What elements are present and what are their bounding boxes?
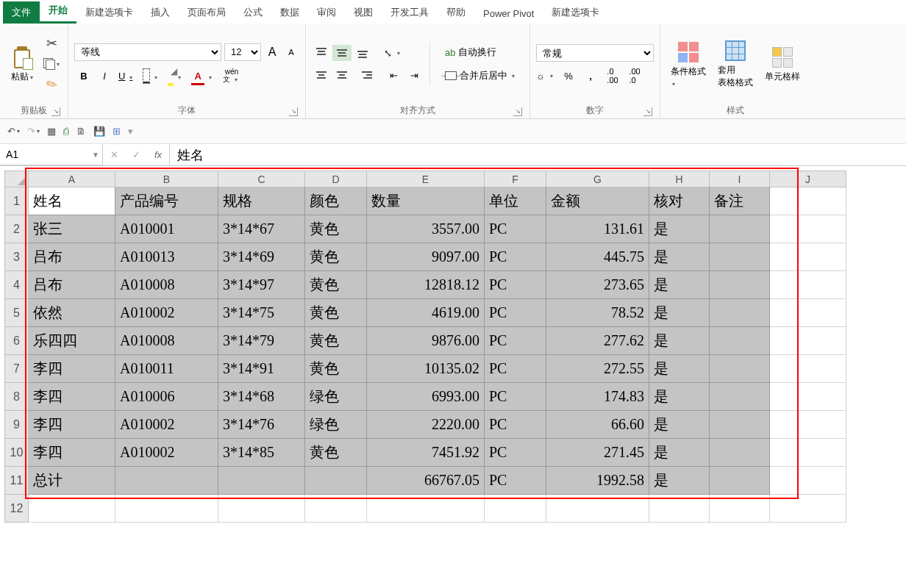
align-top-button[interactable]	[312, 45, 331, 61]
tab-12[interactable]: 新建选项卡	[543, 1, 608, 24]
cell[interactable]: 是	[649, 327, 710, 355]
cell[interactable]: 乐四四	[29, 327, 115, 355]
orientation-button[interactable]: ⤡▾	[384, 45, 403, 61]
cell[interactable]: 9097.00	[367, 243, 485, 271]
cell[interactable]: 9876.00	[367, 327, 485, 355]
col-header-E[interactable]: E	[367, 171, 485, 187]
cell[interactable]	[770, 383, 846, 411]
cell[interactable]: PC	[485, 215, 546, 243]
align-middle-button[interactable]	[332, 45, 352, 61]
cell[interactable]	[710, 271, 770, 299]
cell[interactable]	[710, 299, 770, 327]
col-header-H[interactable]: H	[649, 171, 710, 187]
cell[interactable]: 3*14*67	[218, 215, 305, 243]
cell[interactable]: PC	[485, 467, 546, 495]
cell[interactable]: 3557.00	[367, 215, 485, 243]
cell[interactable]: 3*14*97	[218, 271, 305, 299]
cell[interactable]: PC	[485, 411, 546, 439]
cell[interactable]: 绿色	[305, 411, 367, 439]
tab-9[interactable]: 开发工具	[382, 1, 438, 24]
cell[interactable]: 金额	[546, 187, 649, 215]
col-header-I[interactable]: I	[710, 171, 770, 187]
cell[interactable]: 66767.05	[367, 467, 485, 495]
table-format-button[interactable]: 套用 表格格式	[713, 37, 757, 90]
cell[interactable]: 174.83	[546, 383, 649, 411]
cell[interactable]	[367, 495, 485, 523]
qat-save-button[interactable]: 💾	[93, 126, 105, 137]
row-header-3[interactable]: 3	[5, 243, 29, 271]
cell[interactable]: 李四	[29, 411, 115, 439]
cell[interactable]: 7451.92	[367, 439, 485, 467]
cell-styles-button[interactable]: 单元格样	[760, 44, 805, 85]
cell[interactable]: 颜色	[305, 187, 367, 215]
cell[interactable]: 姓名	[29, 187, 115, 215]
cell[interactable]: 核对	[649, 187, 710, 215]
bold-button[interactable]: B	[74, 69, 93, 83]
align-left-button[interactable]	[312, 67, 331, 83]
qat-customize[interactable]: ▾	[128, 126, 133, 137]
tab-0[interactable]: 文件	[3, 1, 40, 24]
cell[interactable]	[770, 327, 846, 355]
cell[interactable]: 12818.12	[367, 271, 485, 299]
cell[interactable]: 是	[649, 467, 710, 495]
wrap-text-button[interactable]: ab自动换行	[440, 43, 519, 62]
align-right-button[interactable]	[353, 67, 372, 83]
align-center-button[interactable]	[332, 67, 352, 83]
cell[interactable]	[770, 271, 846, 299]
cell[interactable]: 277.62	[546, 327, 649, 355]
cell[interactable]: 备注	[710, 187, 770, 215]
cell[interactable]: 是	[649, 383, 710, 411]
cell[interactable]: 是	[649, 355, 710, 383]
comma-button[interactable]: ,	[580, 68, 601, 84]
cell[interactable]: 3*14*85	[218, 439, 305, 467]
row-header-1[interactable]: 1	[5, 187, 29, 215]
cell[interactable]: 271.45	[546, 439, 649, 467]
cell[interactable]	[710, 355, 770, 383]
cell[interactable]: A010013	[115, 243, 218, 271]
cell[interactable]: A010006	[115, 383, 218, 411]
cell[interactable]: A010001	[115, 215, 218, 243]
worksheet-grid[interactable]: ABCDEFGHIJ1姓名产品编号规格颜色数量单位金额核对备注2张三A01000…	[4, 171, 846, 523]
alignment-dialog-launcher[interactable]	[513, 107, 522, 116]
cell[interactable]: 3*14*68	[218, 383, 305, 411]
tab-7[interactable]: 审阅	[308, 1, 345, 24]
cell[interactable]: A010011	[115, 355, 218, 383]
cell[interactable]: 3*14*69	[218, 243, 305, 271]
cell[interactable]: 黄色	[305, 215, 367, 243]
cell[interactable]: 1992.58	[546, 467, 649, 495]
cell[interactable]: 是	[649, 243, 710, 271]
row-header-8[interactable]: 8	[5, 383, 29, 411]
increase-indent-button[interactable]: ⇥	[404, 67, 424, 83]
align-bottom-button[interactable]	[353, 45, 372, 61]
italic-button[interactable]: I	[95, 69, 114, 83]
cell[interactable]: 黄色	[305, 271, 367, 299]
cell[interactable]	[115, 495, 218, 523]
cell[interactable]: 6993.00	[367, 383, 485, 411]
name-box[interactable]: A1▼	[0, 144, 103, 165]
cell[interactable]	[770, 495, 846, 523]
cell[interactable]	[770, 299, 846, 327]
tab-11[interactable]: Power Pivot	[474, 4, 543, 24]
cell[interactable]: 数量	[367, 187, 485, 215]
cell[interactable]	[305, 495, 367, 523]
cell[interactable]: 黄色	[305, 243, 367, 271]
cell[interactable]: PC	[485, 383, 546, 411]
cell[interactable]: 是	[649, 299, 710, 327]
underline-button[interactable]: U▾	[115, 69, 138, 83]
border-button[interactable]: ▾	[140, 69, 163, 83]
conditional-format-button[interactable]: 条件格式▾	[666, 39, 710, 90]
cell[interactable]: 李四	[29, 439, 115, 467]
increase-decimal-button[interactable]: .0.00	[602, 68, 623, 84]
paste-button[interactable]: 粘贴▾	[6, 44, 38, 85]
col-header-B[interactable]: B	[115, 171, 218, 187]
cell[interactable]	[710, 495, 770, 523]
row-header-7[interactable]: 7	[5, 355, 29, 383]
cell[interactable]: 4619.00	[367, 299, 485, 327]
cell[interactable]: 2220.00	[367, 411, 485, 439]
cell[interactable]	[649, 495, 710, 523]
cell[interactable]	[770, 411, 846, 439]
copy-button[interactable]: ▾	[41, 54, 62, 74]
cell[interactable]: 273.65	[546, 271, 649, 299]
cell[interactable]	[770, 355, 846, 383]
cell[interactable]: 规格	[218, 187, 305, 215]
